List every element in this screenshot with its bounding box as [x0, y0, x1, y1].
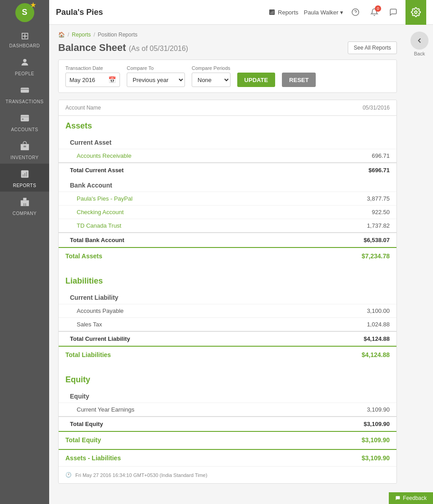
- clock-icon: 🕐: [65, 472, 72, 478]
- table-row: Checking Account 922.50: [59, 205, 396, 219]
- compare-periods-select[interactable]: None 1 2 3: [192, 73, 230, 87]
- svg-rect-10: [20, 200, 28, 206]
- feedback-button[interactable]: Feedback: [389, 492, 433, 504]
- total-current-liability-row: Total Current Liability $4,124.88: [59, 331, 396, 346]
- svg-point-20: [415, 11, 417, 14]
- sidebar-item-accounts[interactable]: Accounts: [0, 108, 49, 136]
- logo-icon: S★: [15, 3, 34, 22]
- equity-section-title: Equity: [59, 370, 396, 388]
- notification-badge: 0: [375, 5, 381, 12]
- calendar-icon[interactable]: 📅: [108, 76, 116, 83]
- compare-periods-group: Compare Periods None 1 2 3: [192, 65, 230, 87]
- user-dropdown-icon: ▾: [340, 9, 343, 16]
- total-bank-account-row: Total Bank Account $6,538.07: [59, 232, 396, 247]
- sidebar-item-label: Inventory: [10, 155, 38, 160]
- timestamp: Fri May 27 2016 16:34:10 GMT+0530 (India…: [75, 472, 207, 478]
- sidebar-item-transactions[interactable]: Transactions: [0, 80, 49, 108]
- paypal-link[interactable]: Paula's Pies - PayPal: [77, 195, 133, 202]
- sidebar-item-people[interactable]: People: [0, 52, 49, 80]
- message-icon: [389, 8, 397, 16]
- current-year-earnings-amount: 3,109.90: [367, 406, 390, 413]
- svg-rect-15: [271, 13, 271, 14]
- total-liabilities-row: Total Liabilities $4,124.88: [59, 346, 396, 363]
- svg-rect-13: [25, 203, 26, 206]
- spacer: [59, 363, 396, 370]
- total-current-liability-label: Total Current Liability: [70, 335, 130, 342]
- total-assets-amount: $7,234.78: [362, 252, 390, 260]
- transactions-icon: [20, 85, 30, 98]
- breadcrumb-reports-link[interactable]: Reports: [72, 32, 91, 38]
- sales-tax-name: Sales Tax: [77, 321, 102, 328]
- paypal-amount: 3,877.75: [367, 195, 390, 202]
- reports-topbar-icon: [268, 9, 276, 16]
- total-liabilities-label: Total Liabilities: [65, 351, 111, 358]
- total-current-asset-label: Total Current Asset: [70, 167, 124, 174]
- svg-rect-1: [20, 88, 28, 93]
- logo-star-icon: ★: [30, 1, 36, 9]
- transaction-date-label: Transaction Date: [65, 65, 120, 71]
- user-menu[interactable]: Paula Walker ▾: [304, 9, 343, 16]
- back-label: Back: [414, 51, 425, 56]
- sidebar-item-label: Reports: [13, 183, 37, 188]
- breadcrumb: 🏠 / Reports / Position Reports: [58, 32, 397, 38]
- messages-button[interactable]: [387, 5, 400, 19]
- transaction-date-input[interactable]: [69, 77, 106, 83]
- page-title: Balance Sheet (As of 05/31/2016): [58, 42, 188, 54]
- svg-rect-8: [24, 173, 25, 176]
- total-equity-grand-row: Total Equity $3,109.90: [59, 431, 396, 448]
- topbar: Paula's Pies Reports Paula Walker ▾ 0: [49, 0, 433, 25]
- sidebar-item-dashboard[interactable]: ⊞ Dashboard: [0, 25, 49, 52]
- total-bank-label: Total Bank Account: [70, 237, 124, 243]
- see-all-reports-button[interactable]: See All Reports: [348, 41, 397, 54]
- sidebar-item-company[interactable]: Company: [0, 192, 49, 220]
- sidebar-item-inventory[interactable]: Inventory: [0, 136, 49, 164]
- reset-button[interactable]: RESET: [282, 73, 316, 87]
- svg-rect-16: [272, 12, 272, 14]
- report-subtitle: (As of 05/31/2016): [129, 45, 189, 52]
- home-icon[interactable]: 🏠: [58, 32, 65, 38]
- notifications-button[interactable]: 0: [368, 5, 381, 19]
- total-equity-row: Total Equity $3,109.90: [59, 416, 396, 431]
- checking-account-link[interactable]: Checking Account: [77, 209, 124, 215]
- feedback-icon: [395, 495, 401, 501]
- assets-section-title: Assets: [59, 116, 396, 134]
- liabilities-section-title: Liabilities: [59, 271, 396, 289]
- sidebar: S★ ⊞ Dashboard People Transactions Accou…: [0, 0, 49, 504]
- app-title: Paula's Pies: [56, 8, 103, 17]
- total-current-liability-amount: $4,124.88: [364, 335, 390, 342]
- svg-rect-7: [23, 174, 23, 177]
- filter-bar: Transaction Date 📅 Compare To Previous y…: [58, 60, 397, 93]
- help-button[interactable]: [349, 5, 362, 19]
- back-panel: Back: [406, 25, 433, 504]
- feedback-label: Feedback: [403, 495, 427, 501]
- accounts-receivable-amount: 696.71: [372, 152, 390, 159]
- reports-topbar-button[interactable]: Reports: [268, 9, 299, 16]
- svg-rect-5: [23, 146, 26, 147]
- accounts-payable-amount: 3,100.00: [367, 307, 390, 314]
- current-liability-title: Current Liability: [59, 289, 396, 304]
- inventory-icon: [20, 141, 30, 154]
- svg-rect-3: [22, 119, 23, 120]
- page-title-row: Balance Sheet (As of 05/31/2016) See All…: [58, 41, 397, 54]
- svg-rect-11: [23, 198, 26, 201]
- update-button[interactable]: UPDATE: [237, 73, 275, 87]
- header-date: 05/31/2016: [363, 105, 390, 111]
- page-content: 🏠 / Reports / Position Reports Balance S…: [49, 25, 406, 504]
- settings-button[interactable]: [405, 0, 426, 25]
- total-equity-grand-label: Total Equity: [65, 436, 101, 444]
- sidebar-item-label: Transactions: [5, 99, 43, 104]
- svg-rect-12: [23, 203, 24, 206]
- report-header: Account Name 05/31/2016: [59, 100, 396, 116]
- back-button[interactable]: [410, 32, 428, 50]
- people-icon: [20, 57, 30, 70]
- td-canada-link[interactable]: TD Canada Trust: [77, 222, 121, 229]
- equity-sub-title: Equity: [59, 388, 396, 403]
- header-account-name: Account Name: [65, 105, 101, 111]
- current-year-earnings-name: Current Year Earnings: [77, 406, 134, 413]
- sidebar-item-reports[interactable]: Reports: [0, 164, 49, 192]
- sidebar-item-label: People: [15, 71, 34, 76]
- total-assets-row: Total Assets $7,234.78: [59, 247, 396, 264]
- compare-to-select[interactable]: Previous year Previous period None: [127, 73, 185, 87]
- accounts-receivable-link[interactable]: Accounts Receivable: [77, 152, 131, 159]
- back-arrow-icon: [415, 37, 424, 45]
